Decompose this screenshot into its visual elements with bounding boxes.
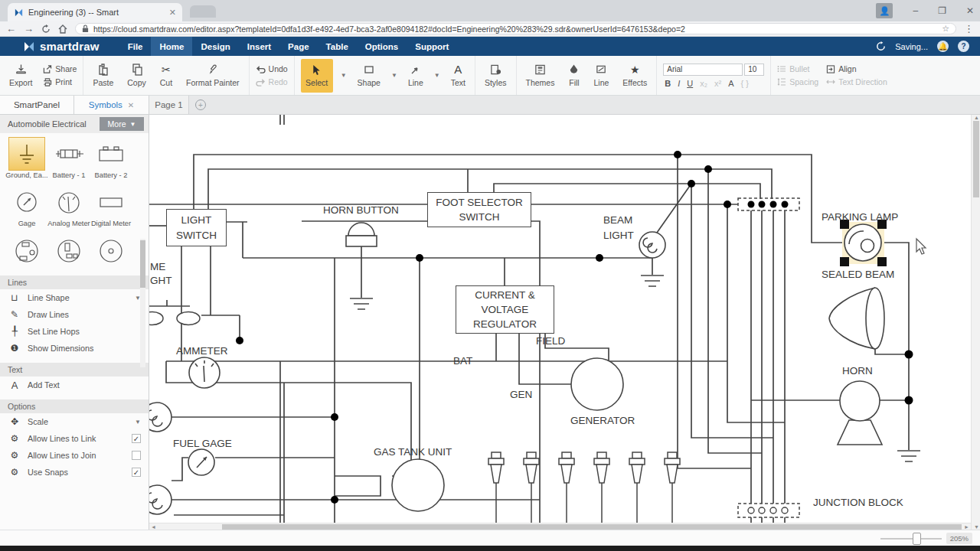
symbol-analog-meter[interactable]: Analog Meter xyxy=(50,186,88,230)
font-name-input[interactable]: Arial xyxy=(663,64,743,76)
fuel-gage-symbol[interactable] xyxy=(188,449,214,475)
smartdraw-logo[interactable]: smartdraw xyxy=(0,37,119,56)
light-switch-label[interactable]: LIGHT SWITCH xyxy=(166,209,227,246)
symbol-gage[interactable]: Gage xyxy=(8,186,46,230)
symbol-distributor-1[interactable] xyxy=(8,235,46,269)
undo-button[interactable]: Undo xyxy=(256,64,288,73)
select-dropdown-icon[interactable]: ▼ xyxy=(341,72,347,79)
draw-lines-item[interactable]: ✎Draw Lines xyxy=(0,306,149,323)
dome-light-label-partial[interactable]: GHT xyxy=(150,275,172,286)
foot-selector-label[interactable]: FOOT SELECTOR SWITCH xyxy=(427,192,531,227)
select-tool-button[interactable]: Select xyxy=(301,59,333,93)
show-dimensions-item[interactable]: ❶Show Dimensions xyxy=(0,340,149,357)
text-direction-button[interactable]: Text Direction xyxy=(826,77,887,86)
ammeter-label[interactable]: AMMETER xyxy=(176,345,228,357)
forward-icon[interactable]: → xyxy=(24,24,34,34)
window-close-icon[interactable]: ✕ xyxy=(966,5,974,16)
vertical-scrollbar-thumb[interactable] xyxy=(973,121,979,197)
scale-item[interactable]: ✥Scale▼ xyxy=(0,413,149,430)
themes-button[interactable]: Themes xyxy=(523,62,558,89)
drawing-canvas[interactable]: LIGHT SWITCH HORN BUTTON FOOT SELECTOR S… xyxy=(149,115,971,523)
home-icon[interactable] xyxy=(58,24,67,34)
font-color-button[interactable]: A xyxy=(728,79,733,88)
menu-page[interactable]: Page xyxy=(279,37,318,56)
line-dropdown-icon[interactable]: ▼ xyxy=(434,72,440,79)
horn-label[interactable]: HORN xyxy=(842,365,873,377)
panel-scrollbar[interactable] xyxy=(140,239,145,367)
insert-symbol-button[interactable]: { } xyxy=(741,79,749,88)
horn-button-symbol[interactable] xyxy=(346,223,377,246)
tab-page-1[interactable]: Page 1 xyxy=(149,96,189,114)
window-minimize-icon[interactable]: – xyxy=(913,5,918,16)
line-shape-item[interactable]: ⊔Line Shape▼ xyxy=(0,289,149,306)
symbol-coil[interactable] xyxy=(92,235,130,269)
parking-lamp-label[interactable]: PARKING LAMP xyxy=(822,211,898,223)
zoom-slider-handle[interactable] xyxy=(913,533,921,545)
text-tool-button[interactable]: AText xyxy=(448,62,469,89)
cut-button[interactable]: ✂Cut xyxy=(157,62,175,89)
symbol-digital-meter[interactable]: Digital Meter xyxy=(92,186,130,230)
print-button[interactable]: Print xyxy=(43,77,77,86)
horizontal-scrollbar-thumb[interactable] xyxy=(222,524,962,530)
back-icon[interactable]: ← xyxy=(6,24,16,34)
bullet-button[interactable]: Bullet xyxy=(777,64,818,73)
tab-close-icon[interactable]: ✕ xyxy=(169,8,176,18)
italic-button[interactable]: I xyxy=(678,79,680,88)
menu-file[interactable]: File xyxy=(119,37,152,56)
horn-button-label[interactable]: HORN BUTTON xyxy=(323,204,399,216)
underline-button[interactable]: U xyxy=(687,79,693,88)
fuel-gage-label[interactable]: FUEL GAGE xyxy=(173,438,232,449)
gas-tank-symbol[interactable] xyxy=(392,459,444,511)
set-line-hops-item[interactable]: ╀Set Line Hops xyxy=(0,323,149,340)
share-button[interactable]: Share xyxy=(43,64,77,73)
paste-button[interactable]: Paste xyxy=(90,62,116,89)
horizontal-scrollbar[interactable]: ◄ ► xyxy=(149,523,971,530)
new-tab-button[interactable] xyxy=(190,5,216,18)
redo-button[interactable]: Redo xyxy=(256,77,288,86)
allow-lines-join-item[interactable]: ⚙Allow Lines to Join xyxy=(0,447,149,464)
checkbox-checked-icon[interactable]: ✓ xyxy=(132,468,141,477)
dome-light-symbol[interactable] xyxy=(149,312,200,325)
browser-profile-icon[interactable]: 👤 xyxy=(876,3,893,18)
format-painter-button[interactable]: Format Painter xyxy=(183,62,242,89)
shape-tool-button[interactable]: Shape xyxy=(354,62,384,89)
lamp-bulb-symbol[interactable] xyxy=(149,485,172,514)
ground-symbol[interactable] xyxy=(350,298,373,309)
fill-button[interactable]: Fill xyxy=(565,62,583,89)
export-button[interactable]: Export xyxy=(6,62,35,89)
subscript-button[interactable]: x₂ xyxy=(700,79,707,88)
align-button[interactable]: Align xyxy=(826,64,887,73)
vertical-scrollbar[interactable]: ▲ ▼ xyxy=(971,115,980,530)
copy-button[interactable]: Copy xyxy=(124,62,149,89)
more-symbols-button[interactable]: More▼ xyxy=(100,117,144,131)
generator-symbol[interactable] xyxy=(571,358,623,410)
checkbox-unchecked-icon[interactable] xyxy=(132,451,141,460)
symbol-battery-2[interactable]: Battery - 2 xyxy=(92,138,130,181)
superscript-button[interactable]: x² xyxy=(714,79,721,88)
symbol-distributor-2[interactable] xyxy=(50,235,88,269)
menu-table[interactable]: Table xyxy=(318,37,357,56)
effects-button[interactable]: ★Effects xyxy=(619,62,650,89)
line-style-button[interactable]: Line xyxy=(590,62,612,89)
spacing-button[interactable]: Spacing xyxy=(777,77,818,86)
gen-label[interactable]: GEN xyxy=(510,389,532,400)
junction-block-label[interactable]: JUNCTION BLOCK xyxy=(813,497,903,508)
bold-button[interactable]: B xyxy=(665,79,671,88)
notification-bell-icon[interactable]: 🔔 xyxy=(937,41,949,52)
ammeter-symbol[interactable] xyxy=(189,357,220,388)
checkbox-checked-icon[interactable]: ✓ xyxy=(132,434,141,443)
bat-label[interactable]: BAT xyxy=(453,355,472,367)
styles-button[interactable]: Styles xyxy=(482,62,510,89)
regulator-label[interactable]: CURRENT & VOLTAGE REGULATOR xyxy=(456,285,554,334)
scroll-right-icon[interactable]: ► xyxy=(964,524,969,530)
scroll-up-icon[interactable]: ▲ xyxy=(974,115,979,120)
symbol-battery-1[interactable]: Battery - 1 xyxy=(50,138,88,181)
scroll-left-icon[interactable]: ◄ xyxy=(151,524,156,530)
generator-label[interactable]: GENERATOR xyxy=(570,415,635,426)
field-label[interactable]: FIELD xyxy=(536,335,565,347)
font-size-input[interactable]: 10 xyxy=(744,64,764,76)
add-text-item[interactable]: AAdd Text xyxy=(0,377,149,393)
allow-lines-link-item[interactable]: ⚙Allow Lines to Link✓ xyxy=(0,430,149,447)
address-bar[interactable]: https://cloud.smartdraw.com/editor.aspx?… xyxy=(75,23,956,34)
gas-tank-label[interactable]: GAS TANK UNIT xyxy=(374,446,452,458)
